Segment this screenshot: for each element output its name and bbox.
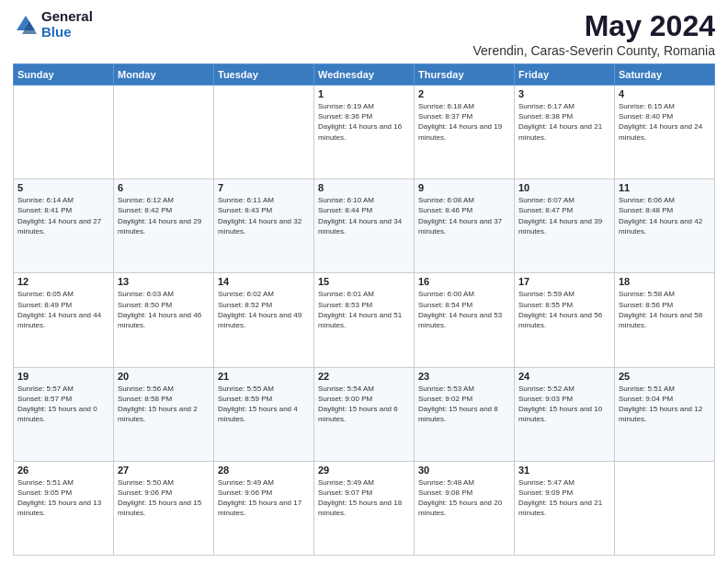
day-info: Sunrise: 5:47 AM Sunset: 9:09 PM Dayligh… [518, 477, 610, 519]
day-number: 10 [518, 182, 610, 193]
day-info: Sunrise: 5:49 AM Sunset: 9:07 PM Dayligh… [318, 477, 410, 519]
calendar-cell: 19Sunrise: 5:57 AM Sunset: 8:57 PM Dayli… [14, 367, 114, 461]
day-info: Sunrise: 6:18 AM Sunset: 8:37 PM Dayligh… [418, 101, 510, 143]
day-number: 25 [619, 371, 711, 382]
day-number: 19 [17, 371, 109, 382]
col-tuesday: Tuesday [214, 64, 314, 86]
calendar-week-1: 1Sunrise: 6:19 AM Sunset: 8:36 PM Daylig… [14, 86, 715, 179]
calendar-cell: 14Sunrise: 6:02 AM Sunset: 8:52 PM Dayli… [214, 273, 314, 367]
calendar-cell: 21Sunrise: 5:55 AM Sunset: 8:59 PM Dayli… [214, 367, 314, 461]
day-number: 11 [619, 182, 711, 193]
day-info: Sunrise: 5:51 AM Sunset: 9:05 PM Dayligh… [17, 477, 109, 519]
day-number: 2 [418, 88, 510, 99]
calendar-cell: 23Sunrise: 5:53 AM Sunset: 9:02 PM Dayli… [415, 367, 515, 461]
calendar-cell: 28Sunrise: 5:49 AM Sunset: 9:06 PM Dayli… [214, 461, 314, 555]
calendar-cell: 7Sunrise: 6:11 AM Sunset: 8:43 PM Daylig… [214, 179, 314, 273]
col-thursday: Thursday [415, 64, 515, 86]
calendar-cell: 4Sunrise: 6:15 AM Sunset: 8:40 PM Daylig… [615, 86, 715, 179]
calendar-cell: 11Sunrise: 6:06 AM Sunset: 8:48 PM Dayli… [615, 179, 715, 273]
day-number: 31 [518, 465, 610, 476]
day-number: 16 [418, 276, 510, 287]
day-number: 14 [218, 276, 310, 287]
day-number: 22 [318, 371, 410, 382]
day-number: 15 [318, 276, 410, 287]
day-number: 30 [418, 465, 510, 476]
calendar-cell: 31Sunrise: 5:47 AM Sunset: 9:09 PM Dayli… [515, 461, 615, 555]
day-info: Sunrise: 6:12 AM Sunset: 8:42 PM Dayligh… [118, 195, 210, 236]
page: General Blue May 2024 Verendin, Caras-Se… [0, 0, 728, 563]
calendar-cell: 26Sunrise: 5:51 AM Sunset: 9:05 PM Dayli… [14, 461, 114, 555]
calendar-cell: 30Sunrise: 5:48 AM Sunset: 9:08 PM Dayli… [415, 461, 515, 555]
day-info: Sunrise: 6:14 AM Sunset: 8:41 PM Dayligh… [17, 195, 109, 236]
day-number: 18 [619, 276, 711, 287]
day-info: Sunrise: 5:56 AM Sunset: 8:58 PM Dayligh… [118, 384, 210, 425]
calendar-cell: 22Sunrise: 5:54 AM Sunset: 9:00 PM Dayli… [314, 367, 415, 461]
day-info: Sunrise: 5:51 AM Sunset: 9:04 PM Dayligh… [619, 384, 711, 425]
calendar-cell: 3Sunrise: 6:17 AM Sunset: 8:38 PM Daylig… [515, 86, 615, 179]
day-info: Sunrise: 6:11 AM Sunset: 8:43 PM Dayligh… [218, 195, 310, 236]
col-sunday: Sunday [14, 64, 114, 86]
logo: General Blue [13, 9, 93, 40]
title-block: May 2024 Verendin, Caras-Severin County,… [472, 9, 715, 58]
day-number: 17 [518, 276, 610, 287]
calendar-header-row: Sunday Monday Tuesday Wednesday Thursday… [14, 64, 715, 86]
day-number: 8 [318, 182, 410, 193]
calendar-week-2: 5Sunrise: 6:14 AM Sunset: 8:41 PM Daylig… [14, 179, 715, 273]
day-number: 13 [118, 276, 210, 287]
subtitle: Verendin, Caras-Severin County, Romania [472, 43, 715, 58]
day-info: Sunrise: 6:19 AM Sunset: 8:36 PM Dayligh… [318, 101, 410, 143]
logo-blue: Blue [41, 25, 93, 40]
day-number: 29 [318, 465, 410, 476]
logo-general: General [41, 9, 93, 25]
logo-text: General Blue [41, 9, 93, 40]
calendar-cell [214, 86, 314, 179]
day-number: 24 [518, 371, 610, 382]
calendar-cell: 27Sunrise: 5:50 AM Sunset: 9:06 PM Dayli… [114, 461, 214, 555]
calendar-cell: 12Sunrise: 6:05 AM Sunset: 8:49 PM Dayli… [14, 273, 114, 367]
day-info: Sunrise: 5:55 AM Sunset: 8:59 PM Dayligh… [218, 384, 310, 425]
day-info: Sunrise: 6:00 AM Sunset: 8:54 PM Dayligh… [418, 289, 510, 330]
day-info: Sunrise: 5:54 AM Sunset: 9:00 PM Dayligh… [318, 384, 410, 425]
day-number: 5 [17, 182, 109, 193]
day-info: Sunrise: 6:15 AM Sunset: 8:40 PM Dayligh… [619, 101, 711, 143]
day-info: Sunrise: 6:17 AM Sunset: 8:38 PM Dayligh… [518, 101, 610, 143]
calendar-cell: 10Sunrise: 6:07 AM Sunset: 8:47 PM Dayli… [515, 179, 615, 273]
calendar-cell: 2Sunrise: 6:18 AM Sunset: 8:37 PM Daylig… [415, 86, 515, 179]
calendar-cell: 1Sunrise: 6:19 AM Sunset: 8:36 PM Daylig… [314, 86, 415, 179]
day-number: 23 [418, 371, 510, 382]
day-info: Sunrise: 6:05 AM Sunset: 8:49 PM Dayligh… [17, 289, 109, 330]
calendar-cell: 13Sunrise: 6:03 AM Sunset: 8:50 PM Dayli… [114, 273, 214, 367]
day-info: Sunrise: 5:53 AM Sunset: 9:02 PM Dayligh… [418, 384, 510, 425]
day-number: 4 [619, 88, 711, 99]
day-info: Sunrise: 6:02 AM Sunset: 8:52 PM Dayligh… [218, 289, 310, 330]
calendar-cell: 17Sunrise: 5:59 AM Sunset: 8:55 PM Dayli… [515, 273, 615, 367]
col-monday: Monday [114, 64, 214, 86]
calendar-cell [114, 86, 214, 179]
day-number: 1 [318, 88, 410, 99]
day-info: Sunrise: 6:08 AM Sunset: 8:46 PM Dayligh… [418, 195, 510, 236]
calendar-week-4: 19Sunrise: 5:57 AM Sunset: 8:57 PM Dayli… [14, 367, 715, 461]
day-info: Sunrise: 5:59 AM Sunset: 8:55 PM Dayligh… [518, 289, 610, 330]
calendar-week-3: 12Sunrise: 6:05 AM Sunset: 8:49 PM Dayli… [14, 273, 715, 367]
calendar-cell: 5Sunrise: 6:14 AM Sunset: 8:41 PM Daylig… [14, 179, 114, 273]
col-wednesday: Wednesday [314, 64, 415, 86]
col-saturday: Saturday [615, 64, 715, 86]
day-info: Sunrise: 6:07 AM Sunset: 8:47 PM Dayligh… [518, 195, 610, 236]
calendar-cell [615, 461, 715, 555]
calendar-cell: 16Sunrise: 6:00 AM Sunset: 8:54 PM Dayli… [415, 273, 515, 367]
logo-icon [13, 12, 39, 38]
day-number: 9 [418, 182, 510, 193]
day-number: 21 [218, 371, 310, 382]
calendar-cell: 25Sunrise: 5:51 AM Sunset: 9:04 PM Dayli… [615, 367, 715, 461]
day-number: 27 [118, 465, 210, 476]
calendar-cell: 6Sunrise: 6:12 AM Sunset: 8:42 PM Daylig… [114, 179, 214, 273]
day-info: Sunrise: 5:52 AM Sunset: 9:03 PM Dayligh… [518, 384, 610, 425]
calendar-cell: 8Sunrise: 6:10 AM Sunset: 8:44 PM Daylig… [314, 179, 415, 273]
day-info: Sunrise: 5:48 AM Sunset: 9:08 PM Dayligh… [418, 477, 510, 519]
day-info: Sunrise: 5:57 AM Sunset: 8:57 PM Dayligh… [17, 384, 109, 425]
day-number: 28 [218, 465, 310, 476]
day-info: Sunrise: 6:03 AM Sunset: 8:50 PM Dayligh… [118, 289, 210, 330]
calendar-cell: 24Sunrise: 5:52 AM Sunset: 9:03 PM Dayli… [515, 367, 615, 461]
calendar-cell: 29Sunrise: 5:49 AM Sunset: 9:07 PM Dayli… [314, 461, 415, 555]
calendar-cell: 18Sunrise: 5:58 AM Sunset: 8:56 PM Dayli… [615, 273, 715, 367]
